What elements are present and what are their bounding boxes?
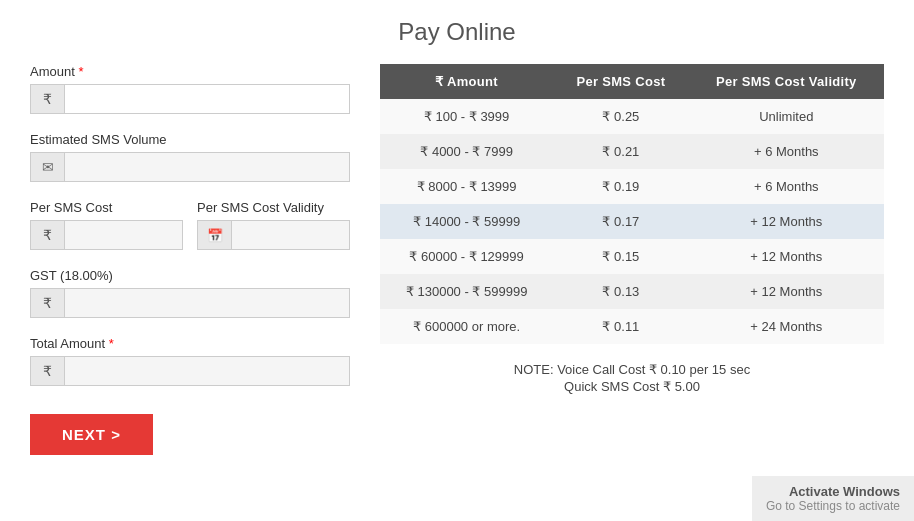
table-row: ₹ 8000 - ₹ 13999₹ 0.19+ 6 Months bbox=[380, 169, 884, 204]
pricing-table: ₹ Amount Per SMS Cost Per SMS Cost Valid… bbox=[380, 64, 884, 344]
per-sms-cost-label: Per SMS Cost bbox=[30, 200, 183, 215]
validity-group: Per SMS Cost Validity bbox=[197, 200, 350, 250]
validity-label: Per SMS Cost Validity bbox=[197, 200, 350, 215]
row-validity: + 6 Months bbox=[689, 169, 884, 204]
row-amount: ₹ 60000 - ₹ 129999 bbox=[380, 239, 553, 274]
row-amount: ₹ 4000 - ₹ 7999 bbox=[380, 134, 553, 169]
row-validity: + 24 Months bbox=[689, 309, 884, 344]
row-amount: ₹ 130000 - ₹ 599999 bbox=[380, 274, 553, 309]
table-row: ₹ 100 - ₹ 3999₹ 0.25Unlimited bbox=[380, 99, 884, 134]
note-line1: NOTE: Voice Call Cost ₹ 0.10 per 15 sec bbox=[380, 362, 884, 377]
row-cost: ₹ 0.21 bbox=[553, 134, 688, 169]
amount-input[interactable] bbox=[65, 85, 349, 113]
table-header-row: ₹ Amount Per SMS Cost Per SMS Cost Valid… bbox=[380, 64, 884, 99]
row-amount: ₹ 14000 - ₹ 59999 bbox=[380, 204, 553, 239]
total-amount-input[interactable] bbox=[65, 357, 349, 385]
gst-rupee-prefix: ₹ bbox=[31, 289, 65, 317]
amount-input-wrapper: ₹ bbox=[30, 84, 350, 114]
row-validity: Unlimited bbox=[689, 99, 884, 134]
row-cost: ₹ 0.13 bbox=[553, 274, 688, 309]
row-amount: ₹ 600000 or more. bbox=[380, 309, 553, 344]
row-amount: ₹ 8000 - ₹ 13999 bbox=[380, 169, 553, 204]
sms-cost-rupee-prefix: ₹ bbox=[31, 221, 65, 249]
row-validity: + 6 Months bbox=[689, 134, 884, 169]
gst-label: GST (18.00%) bbox=[30, 268, 350, 283]
sms-volume-group: Estimated SMS Volume bbox=[30, 132, 350, 182]
validity-input[interactable] bbox=[232, 221, 349, 249]
total-amount-label: Total Amount * bbox=[30, 336, 350, 351]
table-row: ₹ 600000 or more.₹ 0.11+ 24 Months bbox=[380, 309, 884, 344]
gst-input-wrapper: ₹ bbox=[30, 288, 350, 318]
row-validity: + 12 Months bbox=[689, 239, 884, 274]
note-line2: Quick SMS Cost ₹ 5.00 bbox=[380, 379, 884, 394]
row-validity: + 12 Months bbox=[689, 274, 884, 309]
sms-volume-input-wrapper bbox=[30, 152, 350, 182]
row-cost: ₹ 0.25 bbox=[553, 99, 688, 134]
envelope-icon bbox=[31, 153, 65, 181]
col-validity-header: Per SMS Cost Validity bbox=[689, 64, 884, 99]
right-panel: ₹ Amount Per SMS Cost Per SMS Cost Valid… bbox=[380, 64, 884, 402]
row-cost: ₹ 0.15 bbox=[553, 239, 688, 274]
per-sms-cost-wrapper: ₹ bbox=[30, 220, 183, 250]
validity-wrapper bbox=[197, 220, 350, 250]
row-cost: ₹ 0.11 bbox=[553, 309, 688, 344]
total-amount-group: Total Amount * ₹ bbox=[30, 336, 350, 386]
left-panel: Amount * ₹ Estimated SMS Volume Per SMS … bbox=[30, 64, 350, 455]
col-cost-header: Per SMS Cost bbox=[553, 64, 688, 99]
page-title: Pay Online bbox=[0, 0, 914, 64]
next-button[interactable]: NEXT > bbox=[30, 414, 153, 455]
row-cost: ₹ 0.19 bbox=[553, 169, 688, 204]
gst-input[interactable] bbox=[65, 289, 349, 317]
col-amount-header: ₹ Amount bbox=[380, 64, 553, 99]
row-cost: ₹ 0.17 bbox=[553, 204, 688, 239]
sms-volume-label: Estimated SMS Volume bbox=[30, 132, 350, 147]
amount-group: Amount * ₹ bbox=[30, 64, 350, 114]
table-row: ₹ 60000 - ₹ 129999₹ 0.15+ 12 Months bbox=[380, 239, 884, 274]
table-row: ₹ 4000 - ₹ 7999₹ 0.21+ 6 Months bbox=[380, 134, 884, 169]
table-row: ₹ 14000 - ₹ 59999₹ 0.17+ 12 Months bbox=[380, 204, 884, 239]
per-sms-cost-group: Per SMS Cost ₹ bbox=[30, 200, 183, 250]
note-section: NOTE: Voice Call Cost ₹ 0.10 per 15 sec … bbox=[380, 344, 884, 402]
row-amount: ₹ 100 - ₹ 3999 bbox=[380, 99, 553, 134]
sms-cost-validity-row: Per SMS Cost ₹ Per SMS Cost Validity bbox=[30, 200, 350, 268]
total-rupee-prefix: ₹ bbox=[31, 357, 65, 385]
row-validity: + 12 Months bbox=[689, 204, 884, 239]
sms-volume-input[interactable] bbox=[65, 153, 349, 181]
table-row: ₹ 130000 - ₹ 599999₹ 0.13+ 12 Months bbox=[380, 274, 884, 309]
total-amount-wrapper: ₹ bbox=[30, 356, 350, 386]
amount-rupee-prefix: ₹ bbox=[31, 85, 65, 113]
per-sms-cost-input[interactable] bbox=[65, 221, 182, 249]
amount-label: Amount * bbox=[30, 64, 350, 79]
gst-group: GST (18.00%) ₹ bbox=[30, 268, 350, 318]
calendar-icon bbox=[198, 221, 232, 249]
